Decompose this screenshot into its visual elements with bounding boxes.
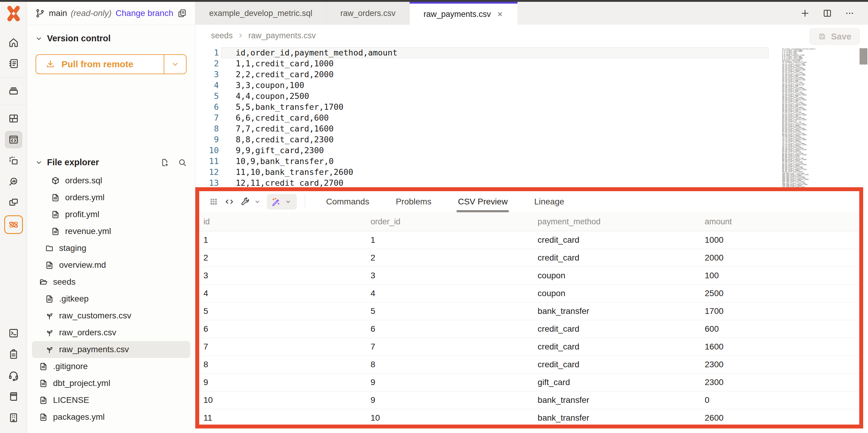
- file-item[interactable]: .gitkeep: [32, 290, 190, 307]
- home-icon[interactable]: [5, 34, 22, 51]
- frame-select-icon[interactable]: [5, 152, 22, 170]
- file-item[interactable]: revenue.yml: [32, 223, 190, 240]
- folder-icon: [44, 243, 54, 253]
- code-lines: 1id,order_id,payment_method,amount21,1,c…: [195, 47, 868, 187]
- file-item[interactable]: dbt_project.yml: [32, 375, 190, 392]
- bottom-panel-highlight: CommandsProblemsCSV PreviewLineage idord…: [195, 187, 863, 429]
- headset-icon[interactable]: [5, 367, 22, 384]
- seed-icon: [44, 311, 54, 320]
- pull-options-dropdown[interactable]: [164, 55, 186, 74]
- editor-tab-label: raw_orders.csv: [340, 9, 396, 18]
- file-icon: [44, 294, 54, 304]
- line-number: 3: [195, 69, 221, 80]
- code-line: 1id,order_id,payment_method,amount: [195, 47, 868, 58]
- file-explorer-section: File explorer orders.sqlorders.ymlprofit…: [27, 157, 195, 433]
- insights-search-icon[interactable]: [5, 173, 22, 191]
- code-view-icon[interactable]: [223, 195, 236, 208]
- table-cell: 3: [366, 271, 533, 281]
- chevron-down-icon[interactable]: [254, 198, 261, 205]
- copy-branch-icon[interactable]: [177, 8, 187, 19]
- table-row: 44coupon2500: [199, 285, 859, 302]
- close-tab-icon[interactable]: [496, 10, 504, 18]
- chevron-down-icon: [35, 35, 43, 42]
- panel-tab[interactable]: Lineage: [521, 191, 578, 212]
- editor-tab[interactable]: raw_payments.csv: [410, 2, 518, 25]
- archive-icon[interactable]: [5, 82, 22, 100]
- model-cube-icon: [51, 176, 60, 185]
- new-file-icon[interactable]: [160, 158, 170, 167]
- build-tools-group: [239, 195, 264, 208]
- line-content: 11,10,bank_transfer,2600: [221, 167, 868, 178]
- dashboard-icon[interactable]: [5, 110, 22, 127]
- file-item[interactable]: raw_payments.csv: [32, 341, 190, 358]
- file-item[interactable]: overview.md: [32, 257, 190, 273]
- docs-icon[interactable]: [5, 388, 22, 405]
- table-row: 11credit_card1000: [199, 231, 859, 249]
- pull-from-remote-button[interactable]: Pull from remote: [36, 54, 187, 74]
- clipboard-icon[interactable]: [5, 346, 22, 363]
- file-item[interactable]: .gitignore: [32, 358, 190, 375]
- branch-mode: (read-only): [71, 8, 112, 18]
- search-icon[interactable]: [178, 158, 187, 167]
- file-item[interactable]: LICENSE: [32, 392, 190, 409]
- change-branch-link[interactable]: Change branch: [116, 8, 173, 18]
- notebook-icon[interactable]: [5, 55, 22, 73]
- terminal-icon[interactable]: [5, 324, 22, 342]
- file-explorer-title: File explorer: [47, 157, 99, 167]
- split-view-icon[interactable]: [822, 8, 832, 19]
- table-cell: credit_card: [533, 342, 701, 352]
- file-item[interactable]: orders.yml: [32, 189, 190, 206]
- file-explorer-header[interactable]: File explorer: [27, 157, 195, 167]
- file-item[interactable]: orders.sql: [32, 172, 190, 189]
- table-cell: 600: [701, 324, 859, 334]
- line-number: 10: [195, 145, 221, 156]
- line-number: 7: [195, 113, 221, 123]
- file-item[interactable]: raw_orders.csv: [32, 324, 190, 341]
- editor-tab[interactable]: raw_orders.csv: [327, 2, 410, 25]
- organization-icon[interactable]: [5, 409, 22, 426]
- table-cell: 1: [199, 235, 366, 245]
- line-content: 6,6,credit_card,600: [221, 113, 868, 123]
- line-number: 13: [195, 178, 221, 187]
- file-item[interactable]: raw_customers.csv: [32, 307, 190, 324]
- table-cell: 0: [701, 395, 859, 405]
- magic-wand-icon[interactable]: [269, 195, 282, 208]
- file-icon: [38, 362, 48, 371]
- floppy-disk-icon: [818, 32, 827, 41]
- table-cell: 10: [199, 395, 366, 405]
- line-content: 8,8,credit_card,2300: [221, 134, 868, 145]
- windows-icon[interactable]: [5, 194, 22, 212]
- panel-tab[interactable]: Problems: [382, 191, 444, 212]
- paradime-logo-icon[interactable]: [5, 5, 22, 22]
- table-cell: 9: [366, 377, 533, 387]
- code-line: 43,3,coupon,100: [195, 80, 868, 91]
- file-item[interactable]: staging: [32, 240, 190, 257]
- panel-tab-strip: CommandsProblemsCSV PreviewLineage: [313, 191, 578, 212]
- file-item[interactable]: profit.yml: [32, 206, 190, 223]
- code-line: 98,8,credit_card,2300: [195, 134, 868, 145]
- version-control-header[interactable]: Version control: [27, 33, 195, 44]
- code-editor-icon[interactable]: [5, 131, 22, 148]
- file-icon: [51, 193, 60, 202]
- editor-scrollbar[interactable]: [860, 48, 867, 64]
- file-icon: [51, 209, 60, 219]
- more-actions-icon[interactable]: [844, 8, 855, 19]
- breadcrumb-folder[interactable]: seeds: [211, 31, 233, 40]
- editor-tab[interactable]: example_develop_metric.sql: [195, 2, 327, 25]
- minimap[interactable]: id,order_id,payment_method,amount1,1,cre…: [782, 48, 832, 187]
- table-view-icon[interactable]: [207, 195, 220, 208]
- table-cell: 11: [199, 413, 366, 423]
- save-button[interactable]: Save: [809, 28, 860, 45]
- panel-tab[interactable]: CSV Preview: [444, 191, 521, 212]
- new-tab-icon[interactable]: [800, 8, 810, 19]
- file-item-label: orders.sql: [65, 176, 102, 185]
- file-item-label: raw_orders.csv: [59, 328, 116, 338]
- wrench-icon[interactable]: [239, 195, 252, 208]
- code-editor[interactable]: 1id,order_id,payment_method,amount21,1,c…: [195, 47, 868, 187]
- chevron-down-icon[interactable]: [285, 198, 291, 205]
- panel-tab[interactable]: Commands: [313, 191, 382, 212]
- ai-atom-icon[interactable]: [4, 215, 23, 234]
- file-item[interactable]: seeds: [32, 273, 190, 290]
- line-content: 5,5,bank_transfer,1700: [221, 102, 868, 113]
- file-item[interactable]: packages.yml: [32, 409, 190, 426]
